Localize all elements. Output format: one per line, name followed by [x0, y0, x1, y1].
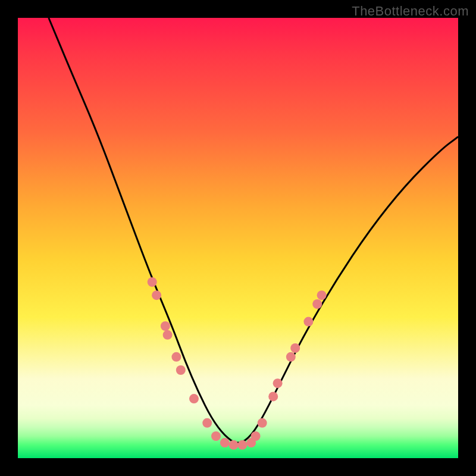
curve-marker [176, 365, 186, 375]
curve-marker [152, 290, 161, 300]
curve-marker [189, 394, 199, 403]
curve-marker [251, 431, 261, 441]
curve-marker [220, 438, 230, 447]
curve-marker [171, 352, 181, 362]
curve-marker [286, 352, 296, 362]
bottleneck-curve [49, 18, 458, 443]
curve-marker [237, 440, 247, 450]
chart-frame: TheBottleneck.com [0, 0, 476, 476]
watermark-text: TheBottleneck.com [352, 4, 469, 19]
curve-marker [303, 317, 313, 327]
curve-marker [312, 299, 322, 309]
curve-marker [268, 392, 278, 401]
curve-marker [258, 418, 267, 428]
curve-marker [317, 290, 327, 300]
curve-marker [211, 431, 221, 441]
curve-marker [202, 418, 212, 428]
plot-area [18, 18, 458, 458]
curve-marker [163, 330, 173, 340]
curve-marker [273, 378, 283, 388]
curve-marker [148, 277, 157, 287]
chart-svg [18, 18, 458, 458]
bottleneck-curve-path [49, 18, 458, 443]
curve-markers [148, 277, 327, 450]
curve-marker [229, 440, 239, 450]
curve-marker [290, 343, 300, 353]
curve-marker [161, 321, 170, 331]
